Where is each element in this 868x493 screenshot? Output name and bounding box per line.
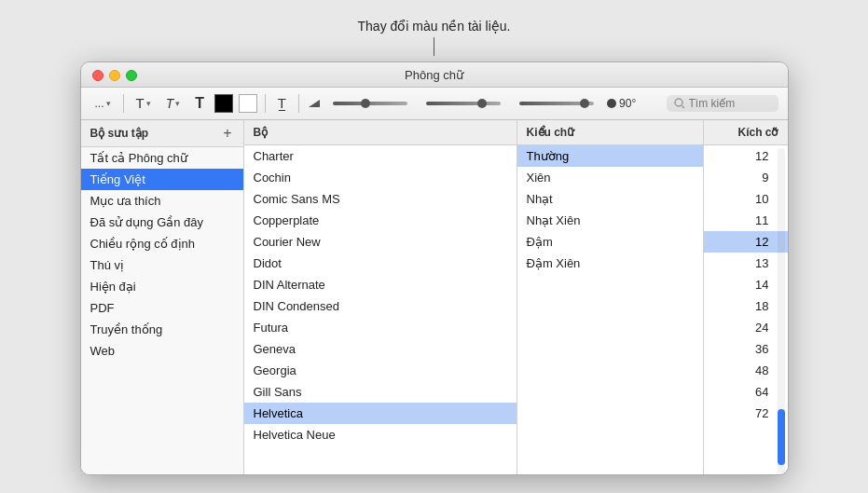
font-list-items: CharterCochinComic Sans MSCopperplateCou…: [244, 145, 517, 474]
font-item[interactable]: Georgia: [244, 360, 517, 381]
sidebar-item[interactable]: Chiều rộng cố định: [81, 233, 243, 254]
titlebar: Phông chữ: [81, 62, 788, 88]
font-item[interactable]: Geneva: [244, 338, 517, 360]
sidebar-item[interactable]: Web: [81, 340, 243, 362]
font-item[interactable]: Didot: [244, 253, 517, 274]
style-header: Kiểu chữ: [517, 120, 703, 145]
style-item[interactable]: Xiên: [517, 167, 703, 188]
sidebar-item[interactable]: Thú vị: [81, 254, 243, 276]
font-window: Phông chữ ... ▾ T ▾ T ▾ T T̲: [80, 62, 789, 475]
font-item[interactable]: Charter: [244, 145, 517, 167]
add-collection-button[interactable]: +: [221, 126, 233, 141]
font-item[interactable]: Helvetica Neue: [244, 424, 517, 445]
font-item[interactable]: DIN Condensed: [244, 295, 517, 317]
scrollbar-thumb[interactable]: [778, 409, 785, 465]
svg-line-2: [682, 105, 684, 108]
sidebar-item-list: Tất cả Phông chữTiếng ViệtMục ưa thíchĐã…: [81, 147, 243, 474]
search-input[interactable]: [689, 97, 764, 110]
toolbar: ... ▾ T ▾ T ▾ T T̲: [81, 88, 788, 120]
text-color-swatch[interactable]: [214, 94, 233, 113]
size-panel: Kích cỡ 1291011121314182436486472: [704, 120, 788, 474]
style-item[interactable]: Thường: [517, 145, 703, 167]
svg-marker-0: [309, 100, 320, 107]
minimize-button[interactable]: [109, 70, 120, 81]
text-underline-icon: T̲: [278, 96, 286, 111]
separator-1: [123, 94, 124, 113]
style-item[interactable]: Nhạt Xiên: [517, 210, 703, 231]
slider-track-1[interactable]: [333, 102, 407, 105]
font-style-icon: T: [166, 96, 174, 111]
dot-icon: [607, 99, 616, 108]
degree-group: 90°: [607, 97, 636, 110]
tooltip-container: Thay đổi màu nền tài liệu.: [358, 19, 511, 56]
scrollbar[interactable]: [775, 148, 788, 474]
maximize-button[interactable]: [126, 70, 137, 81]
font-size-icon: T: [136, 95, 145, 111]
font-list-panel: Bộ CharterCochinComic Sans MSCopperplate…: [244, 120, 517, 474]
search-icon: [674, 98, 685, 109]
sidebar-header-label: Bộ sưu tập: [90, 127, 149, 140]
font-item[interactable]: Helvetica: [244, 403, 517, 424]
text-style-button[interactable]: T̲: [273, 93, 291, 114]
close-button[interactable]: [92, 70, 103, 81]
window-title: Phông chữ: [405, 68, 463, 82]
slider-thumb-3[interactable]: [580, 99, 589, 108]
sidebar: Bộ sưu tập + Tất cả Phông chữTiếng ViệtM…: [81, 120, 244, 474]
size-header: Kích cỡ: [704, 120, 788, 145]
chevron-down-icon-3: ▾: [175, 99, 180, 108]
font-size-button[interactable]: T ▾: [131, 92, 156, 114]
action-icon: ...: [95, 97, 104, 110]
sidebar-item[interactable]: Tất cả Phông chữ: [81, 147, 243, 169]
font-style-button[interactable]: T ▾: [161, 93, 186, 114]
traffic-lights: [92, 70, 137, 81]
font-item[interactable]: DIN Alternate: [244, 274, 517, 295]
action-menu-button[interactable]: ... ▾: [90, 94, 116, 113]
font-item[interactable]: Comic Sans MS: [244, 188, 517, 210]
slider-group: [307, 96, 601, 111]
separator-2: [265, 94, 266, 113]
style-item[interactable]: Nhạt: [517, 188, 703, 210]
sidebar-header: Bộ sưu tập +: [81, 120, 243, 147]
chevron-down-icon: ▾: [106, 99, 111, 108]
font-list-header: Bộ: [244, 120, 517, 145]
chevron-down-icon-2: ▾: [146, 99, 151, 108]
sidebar-item[interactable]: PDF: [81, 297, 243, 319]
font-t-icon: T: [195, 95, 204, 112]
tooltip-text: Thay đổi màu nền tài liệu.: [358, 19, 511, 34]
degree-value: 90°: [619, 97, 636, 110]
main-content: Bộ sưu tập + Tất cả Phông chữTiếng ViệtM…: [81, 120, 788, 474]
slider-thumb-2[interactable]: [477, 99, 487, 108]
slider-icon-1: [307, 96, 322, 111]
style-item[interactable]: Đậm Xiên: [517, 253, 703, 274]
sidebar-item[interactable]: Đã sử dụng Gần đây: [81, 212, 243, 233]
font-item[interactable]: Copperplate: [244, 210, 517, 231]
style-items: ThườngXiênNhạtNhạt XiênĐậmĐậm Xiên: [517, 145, 703, 474]
sidebar-item[interactable]: Mục ưa thích: [81, 190, 243, 212]
font-t-button[interactable]: T: [190, 92, 209, 115]
font-item[interactable]: Courier New: [244, 231, 517, 253]
style-panel: Kiểu chữ ThườngXiênNhạtNhạt XiênĐậmĐậm X…: [517, 120, 704, 474]
style-item[interactable]: Đậm: [517, 231, 703, 253]
svg-point-1: [675, 99, 682, 106]
bg-color-swatch[interactable]: [239, 94, 257, 113]
font-item[interactable]: Gill Sans: [244, 381, 517, 403]
font-item[interactable]: Cochin: [244, 167, 517, 188]
search-box[interactable]: [667, 95, 778, 112]
font-item[interactable]: Futura: [244, 317, 517, 338]
slider-thumb-1[interactable]: [361, 99, 370, 108]
sidebar-item[interactable]: Truyền thống: [81, 319, 243, 340]
slider-track-2[interactable]: [426, 102, 501, 105]
sidebar-item[interactable]: Hiện đại: [81, 276, 243, 297]
sidebar-item[interactable]: Tiếng Việt: [81, 169, 243, 190]
separator-3: [298, 94, 299, 113]
tooltip-line: [434, 37, 434, 56]
slider-track-3[interactable]: [519, 102, 594, 105]
scrollbar-track: [778, 148, 785, 474]
